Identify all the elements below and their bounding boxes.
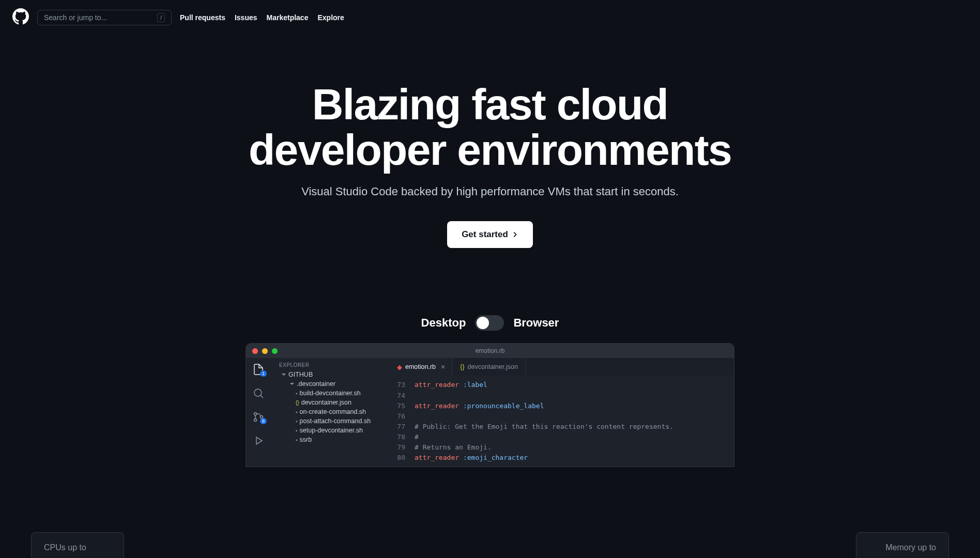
line-content: # Returns an Emoji.: [415, 442, 734, 453]
line-number: 77: [390, 422, 415, 432]
search-shortcut-key: /: [157, 13, 165, 22]
line-number: 79: [390, 442, 415, 453]
code-content[interactable]: 73attr_reader :label7475attr_reader :pro…: [390, 376, 734, 467]
titlebar: emotion.rb: [246, 344, 734, 358]
spec-card-memory: Memory up to: [856, 532, 949, 558]
svg-point-0: [254, 389, 262, 396]
shell-file-icon: ▪: [296, 391, 298, 396]
desktop-browser-toggle[interactable]: [475, 315, 504, 331]
line-content: attr_reader :label: [415, 380, 734, 390]
window-title: emotion.rb: [476, 347, 505, 354]
source-control-icon[interactable]: 8: [252, 411, 265, 423]
svg-point-2: [254, 419, 257, 422]
code-line: 75attr_reader :pronounceable_label: [390, 401, 734, 411]
explorer-title: EXPLORER: [271, 358, 390, 370]
chevron-right-icon: [511, 231, 518, 238]
close-tab-icon[interactable]: ×: [441, 363, 445, 371]
scm-badge: 8: [260, 418, 267, 424]
header: Search or jump to... / Pull requests Iss…: [0, 0, 980, 35]
hero-section: Blazing fast cloud developer environment…: [0, 82, 980, 248]
tab-label: emotion.rb: [405, 363, 436, 370]
line-content: #: [415, 432, 734, 442]
spec-label: CPUs up to: [44, 543, 86, 552]
chevron-down-icon: [281, 372, 286, 377]
svg-point-1: [254, 413, 257, 415]
tree-folder[interactable]: .devcontainer: [273, 379, 388, 389]
shell-file-icon: ▪: [296, 428, 298, 433]
code-line: 78#: [390, 432, 734, 442]
line-number: 74: [390, 391, 415, 401]
line-content: attr_reader :pronounceable_label: [415, 401, 734, 411]
get-started-button[interactable]: Get started: [447, 221, 533, 248]
file-label: build-devcontainer.sh: [300, 390, 361, 397]
file-item[interactable]: ▪on-create-command.sh: [273, 407, 388, 416]
line-number: 75: [390, 401, 415, 411]
code-line: 74: [390, 391, 734, 401]
code-line: 79# Returns an Emoji.: [390, 442, 734, 453]
file-item[interactable]: ▪setup-devcontainer.sh: [273, 426, 388, 435]
json-file-icon: {}: [460, 363, 464, 370]
nav-marketplace[interactable]: Marketplace: [267, 13, 309, 22]
tree-root-label: GITHUB: [288, 371, 313, 378]
toggle-knob: [477, 317, 489, 329]
shell-file-icon: ▪: [296, 437, 298, 443]
github-logo-icon[interactable]: [12, 8, 29, 27]
file-label: on-create-command.sh: [300, 408, 366, 415]
nav-issues[interactable]: Issues: [235, 13, 257, 22]
view-toggle: Desktop Browser: [0, 315, 980, 331]
line-content: attr_reader :emoji_character: [415, 453, 734, 463]
editor-tabs: ◆ emotion.rb × {} devcontainer.json: [390, 358, 734, 376]
primary-nav: Pull requests Issues Marketplace Explore: [180, 13, 344, 22]
code-line: 73attr_reader :label: [390, 380, 734, 390]
code-line: 77# Public: Get the Emoji that this reac…: [390, 422, 734, 432]
file-item[interactable]: ▪ssrb: [273, 435, 388, 444]
ruby-file-icon: ◆: [397, 363, 402, 371]
hero-subtitle: Visual Studio Code backed by high perfor…: [0, 185, 980, 198]
tab-label: devcontainer.json: [468, 363, 518, 370]
file-item[interactable]: {}devcontainer.json: [273, 398, 388, 407]
search-input[interactable]: Search or jump to... /: [37, 10, 172, 25]
tab-devcontainer-json[interactable]: {} devcontainer.json: [453, 358, 526, 376]
line-number: 78: [390, 432, 415, 442]
tab-emotion-rb[interactable]: ◆ emotion.rb ×: [390, 358, 453, 376]
close-window-icon[interactable]: [252, 348, 258, 354]
window-controls: [252, 348, 278, 354]
code-area: ◆ emotion.rb × {} devcontainer.json 73at…: [390, 358, 734, 467]
nav-pull-requests[interactable]: Pull requests: [180, 13, 225, 22]
line-number: 73: [390, 380, 415, 390]
editor-body: 1 8 EXPLORER GITHUB .dev: [246, 358, 734, 467]
files-badge: 1: [260, 370, 267, 377]
files-icon[interactable]: 1: [252, 363, 265, 376]
debug-icon[interactable]: [252, 435, 265, 447]
file-label: setup-devcontainer.sh: [300, 427, 363, 434]
tree-root[interactable]: GITHUB: [273, 370, 388, 379]
line-number: 80: [390, 453, 415, 463]
file-label: devcontainer.json: [301, 399, 351, 406]
explorer-sidebar: EXPLORER GITHUB .devcontainer ▪build-dev…: [271, 358, 390, 467]
line-number: 76: [390, 411, 415, 422]
hero-title-line1: Blazing fast cloud: [312, 80, 668, 129]
line-content: # Public: Get the Emoji that this reacti…: [415, 422, 734, 432]
file-label: post-attach-command.sh: [300, 417, 371, 425]
search-icon[interactable]: [252, 387, 265, 399]
line-content: [415, 391, 734, 401]
shell-file-icon: ▪: [296, 409, 298, 415]
spec-label: Memory up to: [885, 543, 936, 552]
code-line: 76: [390, 411, 734, 422]
hero-title: Blazing fast cloud developer environment…: [0, 82, 980, 173]
file-item[interactable]: ▪post-attach-command.sh: [273, 416, 388, 426]
hero-title-line2: developer environments: [249, 126, 731, 174]
code-line: 80attr_reader :emoji_character: [390, 453, 734, 463]
editor-window: emotion.rb 1 8 EXPLORER GITH: [246, 343, 734, 467]
toggle-label-desktop: Desktop: [421, 316, 466, 330]
minimize-window-icon[interactable]: [262, 348, 268, 354]
toggle-label-browser: Browser: [513, 316, 559, 330]
file-label: ssrb: [300, 436, 312, 443]
file-tree: GITHUB .devcontainer ▪build-devcontainer…: [271, 370, 390, 444]
cta-label: Get started: [462, 229, 508, 240]
maximize-window-icon[interactable]: [272, 348, 278, 354]
file-item[interactable]: ▪build-devcontainer.sh: [273, 389, 388, 398]
nav-explore[interactable]: Explore: [317, 13, 344, 22]
tree-folder-label: .devcontainer: [297, 380, 335, 388]
spec-card-cpu: CPUs up to: [31, 532, 124, 558]
